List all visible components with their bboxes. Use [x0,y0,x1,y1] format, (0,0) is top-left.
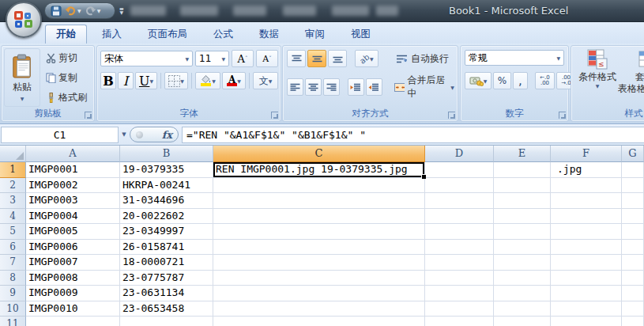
font-size-dropdown-arrow[interactable]: ▼ [219,56,225,62]
cell-A10[interactable]: IMGP0010 [26,301,120,317]
cell-G5[interactable] [622,224,644,240]
redo-button[interactable]: ▼ [85,6,101,16]
cell-B7[interactable]: 18-0000721 [120,255,213,271]
cell-E4[interactable] [494,209,551,225]
cell-C10[interactable] [213,301,425,317]
accounting-format-button[interactable]: ▼ [465,72,491,89]
cell-C4[interactable] [213,209,425,225]
cell-D1[interactable] [425,162,494,178]
cell-C9[interactable] [213,286,425,301]
qat-customize-button[interactable]: ▬▼ [119,6,124,14]
column-header-D[interactable]: D [425,146,494,162]
cell-C5[interactable] [213,224,425,240]
name-box[interactable]: C1 [1,127,119,143]
cell-E1[interactable] [494,162,551,178]
undo-button[interactable]: ▼ [65,6,81,16]
cell-D5[interactable] [425,224,494,240]
conditional-formatting-button[interactable]: ≤ 条件格式 ▼ [573,48,622,108]
cell-D11[interactable] [425,317,494,326]
paste-dropdown-arrow[interactable]: ▼ [21,96,24,101]
cell-A6[interactable]: IMGP0006 [26,240,120,256]
cell-A7[interactable]: IMGP0007 [26,255,120,271]
shrink-font-button[interactable]: A˅ [256,50,278,67]
align-right-button[interactable] [323,78,340,96]
cell-C7[interactable] [213,255,425,271]
row-header-10[interactable]: 10 [0,301,26,317]
row-header-4[interactable]: 4 [0,209,26,225]
cut-button[interactable]: 剪切 [43,50,90,66]
align-bottom-button[interactable] [328,50,347,67]
grow-font-button[interactable]: A˄ [232,50,254,67]
clipboard-dialog-launcher[interactable] [85,112,92,119]
row-header-7[interactable]: 7 [0,255,26,271]
tab-data[interactable]: 数据 [248,25,290,44]
cell-D10[interactable] [425,301,494,317]
cell-E6[interactable] [494,240,551,256]
row-header-2[interactable]: 2 [0,178,26,194]
cell-G1[interactable] [622,162,644,178]
cell-F5[interactable] [551,224,622,240]
cell-G10[interactable] [622,301,644,317]
cell-B1[interactable]: 19-0379335 [120,162,213,178]
row-header-3[interactable]: 3 [0,193,26,209]
cell-B2[interactable]: HKRPA-00241 [120,178,213,194]
underline-button[interactable]: U▼ [135,72,157,89]
undo-dropdown-arrow[interactable]: ▼ [77,8,81,13]
column-header-F[interactable]: F [551,146,622,162]
wrap-text-button[interactable]: 自动换行 [393,51,452,67]
cell-D2[interactable] [425,178,494,194]
tab-view[interactable]: 视图 [340,25,382,44]
cell-E8[interactable] [494,271,551,286]
paste-button[interactable]: 粘贴 ▼ [4,48,40,107]
tab-page-layout[interactable]: 页面布局 [137,25,198,44]
cell-G6[interactable] [622,240,644,256]
cell-B4[interactable]: 20-0022602 [120,209,213,225]
align-top-button[interactable] [287,50,306,67]
column-header-E[interactable]: E [494,146,551,162]
align-center-button[interactable] [305,78,322,96]
cell-G9[interactable] [622,286,644,301]
font-name-dropdown-arrow[interactable]: ▼ [183,56,189,62]
row-header-11[interactable]: 11 [0,317,26,326]
cell-C11[interactable] [213,317,425,326]
merge-center-button[interactable]: 合并后居中 ▼ [391,72,458,102]
align-middle-button[interactable] [307,50,326,67]
cell-C3[interactable] [213,193,425,209]
number-format-combobox[interactable]: 常规 ▼ [465,50,564,66]
cell-A8[interactable]: IMGP0008 [26,271,120,286]
column-header-A[interactable]: A [26,146,120,162]
cell-B9[interactable]: 23-0631134 [120,286,213,301]
cell-B8[interactable]: 23-0775787 [120,271,213,286]
font-size-combobox[interactable]: 11 ▼ [195,51,229,66]
borders-button[interactable]: ▼ [164,72,188,89]
number-dialog-launcher[interactable] [559,112,566,119]
cell-D3[interactable] [425,193,494,209]
cell-E7[interactable] [494,255,551,271]
cell-D4[interactable] [425,209,494,225]
row-header-8[interactable]: 8 [0,271,26,286]
cell-F11[interactable] [551,317,622,326]
redo-dropdown-arrow[interactable]: ▼ [97,8,101,13]
select-all-corner[interactable] [0,146,26,162]
italic-button[interactable]: I [118,72,134,89]
cell-A1[interactable]: IMGP0001 [26,162,120,178]
decrease-indent-button[interactable] [348,78,364,96]
align-left-button[interactable] [287,78,303,96]
increase-decimal-button[interactable]: ←.0 .00 [535,72,555,89]
cell-F9[interactable] [551,286,622,301]
format-as-table-button[interactable]: 套用 表格格式 [617,48,644,108]
cell-G3[interactable] [622,193,644,209]
row-header-1[interactable]: 1 [0,162,26,178]
cell-A5[interactable]: IMGP0005 [26,224,120,240]
cell-B6[interactable]: 26-0158741 [120,240,213,256]
column-header-C[interactable]: C [213,146,425,162]
copy-button[interactable]: 复制 [43,70,90,86]
cell-D8[interactable] [425,271,494,286]
cell-D9[interactable] [425,286,494,301]
cell-D6[interactable] [425,240,494,256]
cell-A11[interactable] [26,317,120,326]
cell-G8[interactable] [622,271,644,286]
office-button[interactable] [6,2,42,38]
phonetic-guide-button[interactable]: 文 ▼ [253,72,278,89]
cell-B11[interactable] [120,317,213,326]
